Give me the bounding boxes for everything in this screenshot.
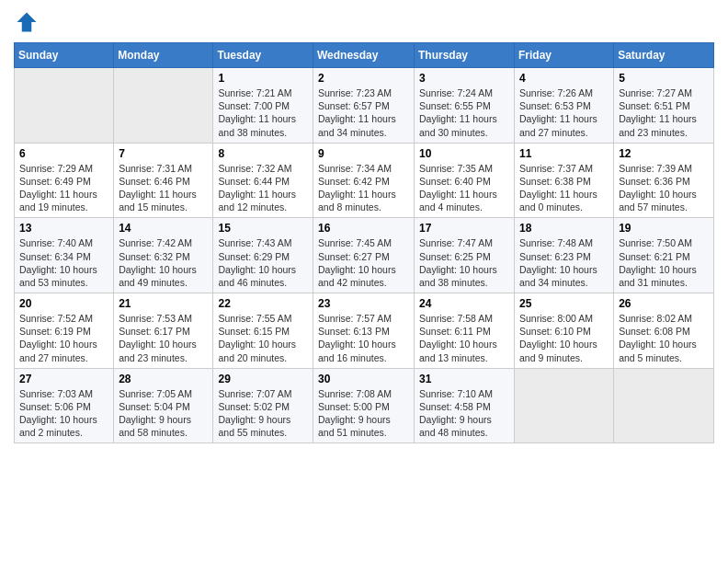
- calendar-day: 7Sunrise: 7:31 AM Sunset: 6:46 PM Daylig…: [114, 143, 213, 218]
- day-number: 21: [119, 297, 208, 310]
- calendar-day: 5Sunrise: 7:27 AM Sunset: 6:51 PM Daylig…: [614, 68, 714, 144]
- calendar-week: 1Sunrise: 7:21 AM Sunset: 7:00 PM Daylig…: [15, 68, 714, 144]
- calendar-day: 11Sunrise: 7:37 AM Sunset: 6:38 PM Dayli…: [515, 143, 614, 218]
- day-info: Sunrise: 7:57 AM Sunset: 6:13 PM Dayligh…: [318, 312, 409, 364]
- calendar-day: 14Sunrise: 7:42 AM Sunset: 6:32 PM Dayli…: [114, 218, 213, 293]
- day-info: Sunrise: 7:53 AM Sunset: 6:17 PM Dayligh…: [119, 312, 208, 364]
- calendar-table: SundayMondayTuesdayWednesdayThursdayFrid…: [14, 42, 714, 443]
- day-number: 3: [419, 72, 509, 85]
- day-info: Sunrise: 7:40 AM Sunset: 6:34 PM Dayligh…: [19, 236, 108, 289]
- calendar-day: 12Sunrise: 7:39 AM Sunset: 6:36 PM Dayli…: [614, 143, 714, 218]
- day-info: Sunrise: 7:45 AM Sunset: 6:27 PM Dayligh…: [318, 236, 409, 289]
- calendar-day: 13Sunrise: 7:40 AM Sunset: 6:34 PM Dayli…: [15, 218, 114, 293]
- day-number: 23: [318, 297, 409, 310]
- day-info: Sunrise: 7:42 AM Sunset: 6:32 PM Dayligh…: [119, 236, 208, 289]
- day-info: Sunrise: 7:39 AM Sunset: 6:36 PM Dayligh…: [619, 162, 709, 214]
- day-number: 25: [519, 297, 609, 310]
- day-number: 9: [318, 147, 409, 160]
- day-info: Sunrise: 7:55 AM Sunset: 6:15 PM Dayligh…: [218, 312, 308, 364]
- calendar-day: [515, 368, 614, 443]
- day-number: 7: [119, 147, 208, 160]
- logo: [14, 9, 41, 35]
- logo-icon: [14, 9, 40, 35]
- calendar-day: 15Sunrise: 7:43 AM Sunset: 6:29 PM Dayli…: [213, 218, 313, 293]
- day-number: 4: [519, 72, 609, 85]
- day-number: 2: [318, 72, 409, 85]
- svg-marker-0: [17, 13, 37, 32]
- day-info: Sunrise: 7:24 AM Sunset: 6:55 PM Dayligh…: [419, 86, 509, 139]
- calendar-day: 9Sunrise: 7:34 AM Sunset: 6:42 PM Daylig…: [313, 143, 415, 218]
- day-info: Sunrise: 7:50 AM Sunset: 6:21 PM Dayligh…: [619, 236, 709, 289]
- calendar-day: 27Sunrise: 7:03 AM Sunset: 5:06 PM Dayli…: [15, 368, 114, 443]
- day-number: 29: [218, 373, 308, 385]
- day-info: Sunrise: 7:32 AM Sunset: 6:44 PM Dayligh…: [218, 162, 308, 214]
- day-info: Sunrise: 7:21 AM Sunset: 7:00 PM Dayligh…: [218, 86, 308, 139]
- calendar-day: 28Sunrise: 7:05 AM Sunset: 5:04 PM Dayli…: [114, 368, 213, 443]
- calendar-week: 6Sunrise: 7:29 AM Sunset: 6:49 PM Daylig…: [15, 143, 714, 218]
- calendar-day: 10Sunrise: 7:35 AM Sunset: 6:40 PM Dayli…: [415, 143, 515, 218]
- calendar-day: 25Sunrise: 8:00 AM Sunset: 6:10 PM Dayli…: [515, 293, 614, 369]
- day-number: 28: [119, 373, 208, 385]
- day-info: Sunrise: 7:03 AM Sunset: 5:06 PM Dayligh…: [19, 387, 108, 440]
- day-number: 14: [119, 222, 208, 235]
- day-number: 1: [218, 72, 308, 85]
- day-number: 11: [519, 147, 609, 160]
- day-number: 20: [19, 297, 108, 310]
- day-info: Sunrise: 7:48 AM Sunset: 6:23 PM Dayligh…: [519, 236, 609, 289]
- calendar-day: 21Sunrise: 7:53 AM Sunset: 6:17 PM Dayli…: [114, 293, 213, 369]
- calendar-day: 3Sunrise: 7:24 AM Sunset: 6:55 PM Daylig…: [415, 68, 515, 144]
- day-info: Sunrise: 7:23 AM Sunset: 6:57 PM Dayligh…: [318, 86, 409, 139]
- day-info: Sunrise: 7:34 AM Sunset: 6:42 PM Dayligh…: [318, 162, 409, 214]
- calendar-day: 8Sunrise: 7:32 AM Sunset: 6:44 PM Daylig…: [213, 143, 313, 218]
- weekday-header: Wednesday: [313, 43, 415, 68]
- day-info: Sunrise: 8:02 AM Sunset: 6:08 PM Dayligh…: [619, 312, 709, 364]
- day-number: 6: [19, 147, 108, 160]
- day-number: 8: [218, 147, 308, 160]
- calendar-day: 23Sunrise: 7:57 AM Sunset: 6:13 PM Dayli…: [313, 293, 415, 369]
- day-info: Sunrise: 7:31 AM Sunset: 6:46 PM Dayligh…: [119, 162, 208, 214]
- day-info: Sunrise: 7:35 AM Sunset: 6:40 PM Dayligh…: [419, 162, 509, 214]
- day-number: 16: [318, 222, 409, 235]
- day-number: 22: [218, 297, 308, 310]
- day-number: 24: [419, 297, 509, 310]
- weekday-header: Saturday: [614, 43, 714, 68]
- day-number: 26: [619, 297, 709, 310]
- calendar-day: 26Sunrise: 8:02 AM Sunset: 6:08 PM Dayli…: [614, 293, 714, 369]
- calendar-week: 27Sunrise: 7:03 AM Sunset: 5:06 PM Dayli…: [15, 368, 714, 443]
- calendar-day: 2Sunrise: 7:23 AM Sunset: 6:57 PM Daylig…: [313, 68, 415, 144]
- calendar-day: [114, 68, 213, 144]
- weekday-header: Sunday: [15, 43, 114, 68]
- weekday-header: Thursday: [415, 43, 515, 68]
- page-header: [14, 9, 714, 35]
- day-info: Sunrise: 7:07 AM Sunset: 5:02 PM Dayligh…: [218, 387, 308, 440]
- calendar-day: 18Sunrise: 7:48 AM Sunset: 6:23 PM Dayli…: [515, 218, 614, 293]
- day-number: 27: [19, 373, 108, 385]
- day-number: 5: [619, 72, 709, 85]
- calendar-week: 20Sunrise: 7:52 AM Sunset: 6:19 PM Dayli…: [15, 293, 714, 369]
- calendar-week: 13Sunrise: 7:40 AM Sunset: 6:34 PM Dayli…: [15, 218, 714, 293]
- day-info: Sunrise: 7:26 AM Sunset: 6:53 PM Dayligh…: [519, 86, 609, 139]
- day-info: Sunrise: 7:43 AM Sunset: 6:29 PM Dayligh…: [218, 236, 308, 289]
- calendar-day: 31Sunrise: 7:10 AM Sunset: 4:58 PM Dayli…: [415, 368, 515, 443]
- calendar-day: 30Sunrise: 7:08 AM Sunset: 5:00 PM Dayli…: [313, 368, 415, 443]
- day-info: Sunrise: 7:52 AM Sunset: 6:19 PM Dayligh…: [19, 312, 108, 364]
- day-number: 30: [318, 373, 409, 385]
- day-number: 13: [19, 222, 108, 235]
- calendar-day: 16Sunrise: 7:45 AM Sunset: 6:27 PM Dayli…: [313, 218, 415, 293]
- calendar-day: [15, 68, 114, 144]
- calendar-day: 4Sunrise: 7:26 AM Sunset: 6:53 PM Daylig…: [515, 68, 614, 144]
- calendar-day: [614, 368, 714, 443]
- day-info: Sunrise: 7:37 AM Sunset: 6:38 PM Dayligh…: [519, 162, 609, 214]
- day-info: Sunrise: 7:29 AM Sunset: 6:49 PM Dayligh…: [19, 162, 108, 214]
- day-number: 19: [619, 222, 709, 235]
- day-number: 12: [619, 147, 709, 160]
- day-number: 15: [218, 222, 308, 235]
- day-info: Sunrise: 7:58 AM Sunset: 6:11 PM Dayligh…: [419, 312, 509, 364]
- day-info: Sunrise: 7:05 AM Sunset: 5:04 PM Dayligh…: [119, 387, 208, 440]
- day-number: 10: [419, 147, 509, 160]
- day-info: Sunrise: 7:08 AM Sunset: 5:00 PM Dayligh…: [318, 387, 409, 440]
- calendar-header: SundayMondayTuesdayWednesdayThursdayFrid…: [15, 43, 714, 68]
- weekday-header: Friday: [515, 43, 614, 68]
- calendar-day: 6Sunrise: 7:29 AM Sunset: 6:49 PM Daylig…: [15, 143, 114, 218]
- calendar-day: 29Sunrise: 7:07 AM Sunset: 5:02 PM Dayli…: [213, 368, 313, 443]
